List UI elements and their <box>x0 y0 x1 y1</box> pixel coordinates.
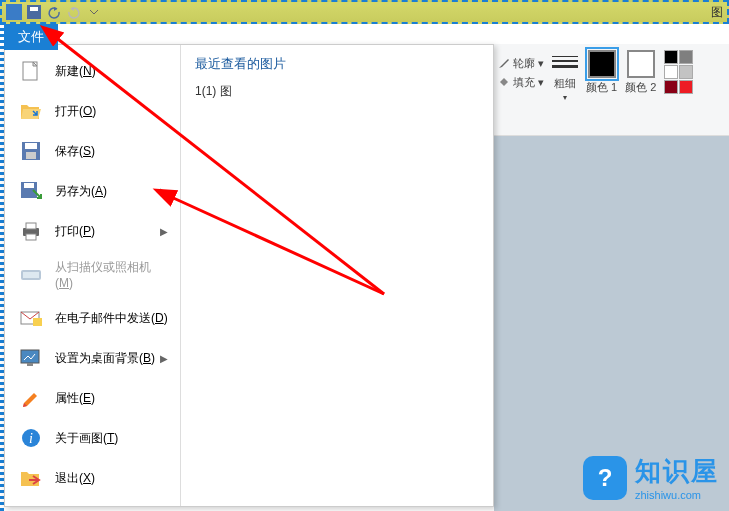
svg-rect-0 <box>6 4 22 20</box>
file-menu-list: 新建(N)打开(O)保存(S)另存为(A)▶打印(P)▶从扫描仪或照相机(M)在… <box>5 45 181 506</box>
svg-rect-8 <box>24 183 34 188</box>
menu-item-2[interactable]: 保存(S) <box>5 131 180 171</box>
save-qat-icon[interactable] <box>26 4 42 20</box>
svg-rect-6 <box>26 152 36 159</box>
menu-item-label: 保存(S) <box>55 143 168 160</box>
ribbon-section: 轮廓 ▾ 填充 ▾ 粗细 ▾ 颜色 1 颜色 2 <box>494 44 729 136</box>
save-icon <box>17 139 45 163</box>
print-icon <box>17 219 45 243</box>
chevron-down-icon: ▾ <box>538 57 544 70</box>
palette-color[interactable] <box>664 80 678 94</box>
window-title: 图 <box>711 4 723 21</box>
open-folder-icon <box>17 99 45 123</box>
palette-color[interactable] <box>664 50 678 64</box>
title-bar: 图 <box>0 0 729 24</box>
recent-item[interactable]: 1(1) 图 <box>195 83 479 100</box>
watermark-text: 知识屋 zhishiwu.com <box>635 454 719 501</box>
watermark-badge: ? <box>583 456 627 500</box>
properties-icon <box>17 386 45 410</box>
save-as-icon <box>17 179 45 203</box>
palette-color[interactable] <box>664 65 678 79</box>
color1-group[interactable]: 颜色 1 <box>586 50 617 95</box>
new-doc-icon <box>17 59 45 83</box>
menu-item-label: 设置为桌面背景(B) <box>55 350 160 367</box>
menu-item-label: 从扫描仪或照相机(M) <box>55 259 168 290</box>
svg-rect-5 <box>25 143 37 149</box>
svg-rect-17 <box>27 363 33 366</box>
bucket-icon <box>498 76 510 90</box>
menu-item-6[interactable]: 在电子邮件中发送(D) <box>5 298 180 338</box>
menu-item-4[interactable]: 打印(P)▶ <box>5 211 180 251</box>
menu-item-label: 打印(P) <box>55 223 160 240</box>
palette-color[interactable] <box>679 50 693 64</box>
menu-item-label: 关于画图(T) <box>55 430 168 447</box>
email-icon <box>17 306 45 330</box>
menu-item-label: 在电子邮件中发送(D) <box>55 310 168 327</box>
exit-icon <box>17 466 45 490</box>
svg-rect-11 <box>26 234 36 240</box>
thickness-icon <box>552 50 578 74</box>
svg-rect-2 <box>30 7 38 11</box>
redo-icon[interactable] <box>66 4 82 20</box>
recent-panel: 最近查看的图片 1(1) 图 <box>181 45 493 506</box>
desktop-bg-icon <box>17 346 45 370</box>
recent-title: 最近查看的图片 <box>195 55 479 73</box>
svg-rect-10 <box>26 223 36 229</box>
menu-item-3[interactable]: 另存为(A)▶ <box>5 171 180 211</box>
svg-rect-13 <box>23 272 39 278</box>
color1-swatch <box>588 50 616 78</box>
shape-options: 轮廓 ▾ 填充 ▾ <box>498 50 544 90</box>
menu-item-label: 新建(N) <box>55 63 168 80</box>
menu-item-10[interactable]: 退出(X) <box>5 458 180 498</box>
thickness-group[interactable]: 粗细 ▾ <box>552 50 578 102</box>
watermark: ? 知识屋 zhishiwu.com <box>583 454 719 501</box>
submenu-arrow-icon: ▶ <box>160 353 168 364</box>
svg-rect-16 <box>21 350 39 363</box>
menu-item-7[interactable]: 设置为桌面背景(B)▶ <box>5 338 180 378</box>
fill-button[interactable]: 填充 ▾ <box>498 75 544 90</box>
outline-button[interactable]: 轮廓 ▾ <box>498 56 544 71</box>
qat-dropdown-icon[interactable] <box>86 4 102 20</box>
color2-swatch <box>627 50 655 78</box>
pencil-icon <box>498 57 510 71</box>
menu-item-label: 属性(E) <box>55 390 168 407</box>
menu-item-label: 打开(O) <box>55 103 168 120</box>
color2-group[interactable]: 颜色 2 <box>625 50 656 95</box>
file-menu: 新建(N)打开(O)保存(S)另存为(A)▶打印(P)▶从扫描仪或照相机(M)在… <box>4 44 494 507</box>
menu-item-label: 另存为(A) <box>55 183 160 200</box>
menu-item-8[interactable]: 属性(E) <box>5 378 180 418</box>
submenu-arrow-icon: ▶ <box>160 226 168 237</box>
menu-item-0[interactable]: 新建(N) <box>5 51 180 91</box>
chevron-down-icon: ▾ <box>538 76 544 89</box>
palette-color[interactable] <box>679 80 693 94</box>
scanner-icon <box>17 263 45 287</box>
menu-item-9[interactable]: i关于画图(T) <box>5 418 180 458</box>
svg-text:i: i <box>29 431 33 446</box>
menu-item-label: 退出(X) <box>55 470 168 487</box>
svg-rect-15 <box>33 318 42 326</box>
chevron-down-icon: ▾ <box>563 93 567 102</box>
file-tab[interactable]: 文件 <box>4 24 58 50</box>
menu-item-1[interactable]: 打开(O) <box>5 91 180 131</box>
undo-icon[interactable] <box>46 4 62 20</box>
about-icon: i <box>17 426 45 450</box>
app-icon <box>6 4 22 20</box>
menu-item-5: 从扫描仪或照相机(M) <box>5 251 180 298</box>
color-palette[interactable] <box>664 50 693 94</box>
file-tab-label: 文件 <box>18 29 44 44</box>
palette-color[interactable] <box>679 65 693 79</box>
submenu-arrow-icon: ▶ <box>160 186 168 197</box>
